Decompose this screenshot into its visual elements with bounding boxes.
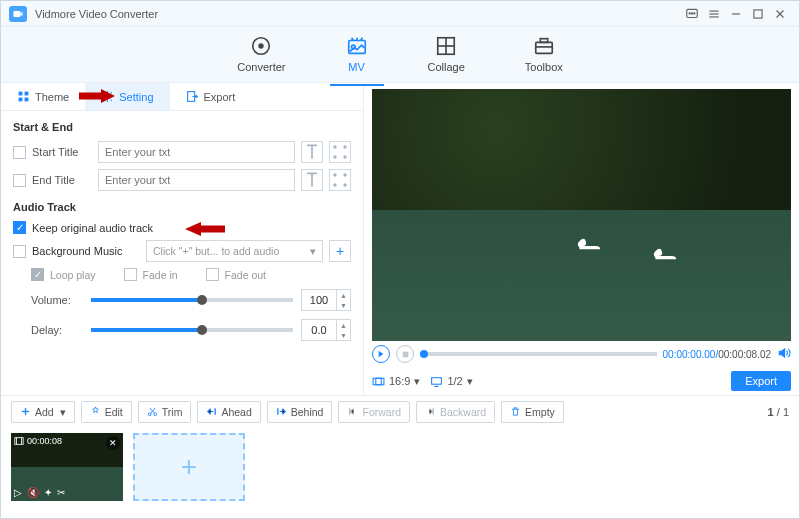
tab-setting-label: Setting: [119, 91, 153, 103]
play-button[interactable]: [372, 345, 390, 363]
clip-remove-button[interactable]: ✕: [106, 436, 120, 450]
clip-mute-icon[interactable]: 🔇: [27, 487, 39, 498]
nav-converter[interactable]: Converter: [227, 31, 295, 79]
nav-toolbox[interactable]: Toolbox: [515, 31, 573, 79]
bg-music-dropdown[interactable]: Click "+" but... to add audio ▾: [146, 240, 323, 262]
delay-down[interactable]: ▼: [337, 330, 350, 340]
tab-setting[interactable]: Setting: [85, 83, 169, 110]
stop-button[interactable]: [396, 345, 414, 363]
tab-theme[interactable]: Theme: [1, 83, 85, 110]
feedback-icon[interactable]: [681, 3, 703, 25]
nav-collage-label: Collage: [428, 61, 465, 73]
svg-rect-24: [19, 98, 23, 102]
preview-swan-2: [649, 240, 681, 264]
end-title-checkbox[interactable]: [13, 174, 26, 187]
aspect-row: 16:9 ▾ 1/2 ▾ Export: [364, 367, 799, 395]
svg-rect-9: [754, 9, 762, 17]
svg-point-31: [344, 156, 346, 158]
close-button[interactable]: [769, 3, 791, 25]
volume-label: Volume:: [31, 294, 83, 306]
bg-music-checkbox[interactable]: [13, 245, 26, 258]
volume-spinner[interactable]: 100▲▼: [301, 289, 351, 311]
start-title-checkbox[interactable]: [13, 146, 26, 159]
end-title-font-button[interactable]: [301, 169, 323, 191]
svg-point-34: [334, 184, 336, 186]
clip-thumbnail[interactable]: 00:00:08 ✕ ▷ 🔇 ✦ ✂: [11, 433, 123, 501]
add-music-button[interactable]: +: [329, 240, 351, 262]
svg-point-3: [691, 12, 692, 13]
timeline-slider[interactable]: [420, 352, 657, 356]
start-title-input[interactable]: [98, 141, 295, 163]
tab-export[interactable]: Export: [170, 83, 252, 110]
sub-tabs: Theme Setting Export: [1, 83, 363, 111]
preview-swan-1: [573, 230, 605, 254]
bottom-toolbar: Add▾ Edit Trim Ahead Behind Forward Back…: [1, 395, 799, 427]
svg-rect-39: [432, 377, 442, 384]
scale-value: 1/2: [447, 375, 462, 387]
start-title-font-button[interactable]: [301, 141, 323, 163]
end-title-input[interactable]: [98, 169, 295, 191]
clip-play-icon[interactable]: ▷: [14, 487, 22, 498]
maximize-button[interactable]: [747, 3, 769, 25]
backward-button[interactable]: Backward: [416, 401, 495, 423]
svg-point-28: [334, 146, 336, 148]
nav-converter-label: Converter: [237, 61, 285, 73]
add-button[interactable]: Add▾: [11, 401, 75, 423]
nav-mv[interactable]: MV: [336, 31, 378, 79]
delay-value: 0.0: [302, 320, 336, 340]
fadein-label: Fade in: [143, 269, 178, 281]
svg-point-33: [344, 174, 346, 176]
svg-point-13: [260, 44, 264, 48]
delay-spinner[interactable]: 0.0▲▼: [301, 319, 351, 341]
keep-original-checkbox[interactable]: [13, 221, 26, 234]
export-button[interactable]: Export: [731, 371, 791, 391]
chevron-down-icon: ▾: [310, 245, 316, 257]
minimize-button[interactable]: [725, 3, 747, 25]
start-title-expand-button[interactable]: [329, 141, 351, 163]
fadein-checkbox[interactable]: [124, 268, 137, 281]
fadeout-checkbox[interactable]: [206, 268, 219, 281]
clip-effects-icon[interactable]: ✦: [44, 487, 52, 498]
delay-up[interactable]: ▲: [337, 320, 350, 330]
add-clip-button[interactable]: +: [133, 433, 245, 501]
chevron-down-icon: ▾: [467, 375, 473, 388]
start-title-label: Start Title: [32, 146, 92, 158]
content: Theme Setting Export Start & End Start T…: [1, 83, 799, 395]
svg-rect-19: [536, 42, 553, 53]
aspect-ratio-selector[interactable]: 16:9 ▾: [372, 375, 420, 388]
volume-up[interactable]: ▲: [337, 290, 350, 300]
settings-panel: Start & End Start Title End Title Audio …: [1, 111, 363, 359]
fadeout-label: Fade out: [225, 269, 266, 281]
svg-point-29: [344, 146, 346, 148]
scale-selector[interactable]: 1/2 ▾: [430, 375, 472, 388]
svg-rect-38: [376, 378, 381, 385]
time-display: 00:00:00.00/00:00:08.02: [663, 349, 771, 360]
nav-collage[interactable]: Collage: [418, 31, 475, 79]
svg-point-26: [106, 95, 109, 98]
loop-label: Loop play: [50, 269, 96, 281]
behind-button[interactable]: Behind: [267, 401, 333, 423]
empty-button[interactable]: Empty: [501, 401, 564, 423]
right-panel: 00:00:00.00/00:00:08.02 16:9 ▾ 1/2 ▾ Exp…: [364, 83, 799, 395]
end-title-expand-button[interactable]: [329, 169, 351, 191]
loop-checkbox[interactable]: [31, 268, 44, 281]
annotation-arrow-2: [179, 220, 227, 238]
svg-rect-25: [25, 98, 29, 102]
converter-icon: [250, 35, 272, 57]
volume-down[interactable]: ▼: [337, 300, 350, 310]
trim-button[interactable]: Trim: [138, 401, 192, 423]
edit-button[interactable]: Edit: [81, 401, 132, 423]
video-preview[interactable]: [372, 89, 791, 341]
ahead-button[interactable]: Ahead: [197, 401, 260, 423]
volume-icon[interactable]: [777, 346, 791, 362]
svg-point-32: [334, 174, 336, 176]
volume-slider[interactable]: [91, 298, 293, 302]
clip-trim-icon[interactable]: ✂: [57, 487, 65, 498]
clip-tool-icons: ▷ 🔇 ✦ ✂: [14, 487, 65, 498]
bg-music-placeholder: Click "+" but... to add audio: [153, 245, 279, 257]
delay-slider[interactable]: [91, 328, 293, 332]
tab-theme-label: Theme: [35, 91, 69, 103]
menu-icon[interactable]: [703, 3, 725, 25]
forward-button[interactable]: Forward: [338, 401, 410, 423]
svg-point-4: [694, 12, 695, 13]
